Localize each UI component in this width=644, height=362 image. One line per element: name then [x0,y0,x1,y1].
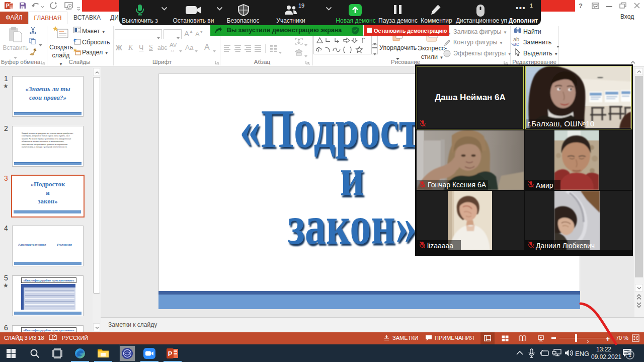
svg-text:Гончар Ксения 6А: Гончар Ксения 6А [428,181,487,189]
svg-text:P: P [6,3,10,9]
svg-text:P: P [168,350,173,357]
svg-text:1: 1 [628,352,631,358]
svg-text:г.Балхаш, ОШ№10: г.Балхаш, ОШ№10 [527,119,595,128]
